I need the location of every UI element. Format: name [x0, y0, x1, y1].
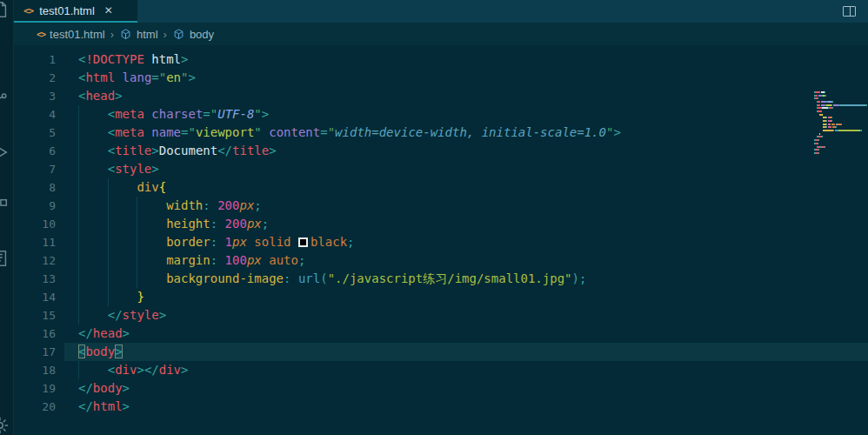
breadcrumb-html-label: html — [137, 28, 158, 41]
tab-bar: <> test01.html ✕ — [14, 0, 868, 23]
symbol-cube-icon — [119, 28, 132, 41]
line-number: 18 — [14, 361, 56, 379]
code-line[interactable]: 13 background-image: url("./javascript练习… — [14, 270, 868, 288]
code-token: "./javascript练习/img/small01.jpg" — [328, 271, 572, 285]
line-number: 12 — [14, 251, 56, 270]
code-token: : — [210, 235, 217, 249]
code-token: black — [310, 235, 347, 249]
split-editor-icon[interactable] — [843, 6, 856, 17]
indent-guide — [78, 215, 79, 233]
code-line[interactable]: 7 <style> — [14, 160, 868, 178]
code-line[interactable]: 6 <title>Document</title> — [14, 142, 868, 160]
code-token: div — [115, 363, 137, 377]
code-token: title — [232, 144, 269, 157]
code-line[interactable]: 18 <div></div> — [14, 361, 868, 379]
code-token: > — [115, 345, 122, 358]
code-token — [217, 253, 224, 267]
code-token: " — [254, 107, 261, 121]
symbol-cube-icon — [172, 28, 185, 41]
breadcrumb: <> test01.html › html › body — [14, 23, 868, 45]
code-token: > — [613, 125, 620, 139]
code-token: ; — [262, 217, 269, 231]
indent-guide — [137, 233, 137, 251]
code-token: style — [123, 308, 159, 322]
code-line[interactable]: 12 margin: 100px auto; — [14, 251, 868, 270]
code-token: </ — [78, 381, 93, 395]
code-token: > — [151, 144, 158, 157]
indent-guide — [137, 197, 137, 215]
extensions-icon[interactable] — [0, 197, 14, 218]
code-token: { — [159, 180, 166, 194]
source-control-icon[interactable] — [0, 89, 14, 110]
code-line[interactable]: 14 } — [14, 288, 868, 306]
line-number: 3 — [14, 87, 56, 105]
line-number: 16 — [14, 325, 56, 343]
code-line[interactable]: 15 </style> — [14, 306, 868, 325]
code-token: lang — [123, 70, 152, 84]
html-file-icon: <> — [23, 5, 33, 17]
settings-gear-icon[interactable] — [0, 416, 14, 435]
editor[interactable]: 1<!DOCTYPE html>2<html lang="en">3<head>… — [14, 45, 868, 435]
code-token: div — [159, 363, 181, 377]
tab-test01-html[interactable]: <> test01.html ✕ — [14, 0, 137, 23]
code-token: ; — [298, 253, 305, 267]
code-token: </ — [144, 363, 159, 377]
code-token — [217, 235, 224, 249]
code-token: width — [166, 198, 203, 212]
code-token: ; — [347, 235, 354, 249]
code-line[interactable]: 17<body> — [14, 343, 868, 361]
code-line[interactable]: 11 border: 1px solid black; — [14, 233, 868, 251]
code-line[interactable]: 2<html lang="en"> — [14, 69, 868, 87]
code-token: 200 — [217, 198, 239, 212]
code-token: Document — [159, 144, 217, 157]
code-line[interactable]: 8 div{ — [14, 178, 868, 197]
line-number: 9 — [14, 197, 56, 215]
code-token — [262, 125, 269, 139]
code-token: > — [123, 326, 130, 340]
code-token — [291, 235, 298, 249]
line-number: 17 — [14, 343, 56, 361]
line-number: 20 — [14, 398, 56, 416]
color-swatch-black[interactable] — [298, 238, 308, 247]
code-token: px — [247, 253, 262, 267]
code-line[interactable]: 3<head> — [14, 87, 868, 105]
code-token: content — [269, 125, 320, 139]
code-token: > — [151, 162, 158, 176]
indent-guide — [78, 178, 79, 197]
code-line[interactable]: 10 height: 200px; — [14, 215, 868, 233]
line-number: 4 — [14, 105, 56, 124]
code-line[interactable]: 16</head> — [14, 325, 868, 343]
code-token: height — [166, 217, 210, 231]
code-token: body — [93, 381, 123, 395]
code-token: < — [108, 144, 115, 157]
breadcrumb-item-body[interactable]: body — [172, 28, 214, 41]
code-token — [115, 70, 122, 84]
breadcrumb-item-html[interactable]: html — [119, 28, 158, 41]
code-line[interactable]: 4 <meta charset="UTF-8"> — [14, 105, 868, 124]
code-line[interactable]: 1<!DOCTYPE html> — [14, 50, 868, 69]
code-token: !DOCTYPE — [85, 52, 144, 66]
code-line[interactable]: 20</html> — [14, 398, 868, 416]
notebook-icon[interactable] — [0, 249, 14, 270]
vscode-window: { "palette": { "bg_app": "#04242f", "bg_… — [0, 0, 868, 435]
code-token: </ — [217, 144, 232, 157]
tab-close-icon[interactable]: ✕ — [104, 4, 113, 17]
code-line[interactable]: 9 width: 200px; — [14, 197, 868, 215]
indent-guide — [108, 288, 109, 306]
chevron-right-icon: › — [164, 28, 167, 41]
run-debug-icon[interactable] — [0, 143, 14, 164]
code-token: meta — [115, 107, 144, 121]
line-number: 5 — [14, 124, 56, 142]
code-line[interactable]: 19</body> — [14, 379, 868, 398]
code-token: px — [232, 235, 247, 249]
indent-guide — [137, 215, 137, 233]
minimap[interactable] — [814, 90, 868, 169]
indent-guide — [78, 142, 79, 160]
code-line[interactable]: 5 <meta name="viewport" content="width=d… — [14, 124, 868, 142]
breadcrumb-item-file[interactable]: <> test01.html — [37, 28, 105, 41]
chevron-right-icon: › — [110, 28, 114, 41]
code-token: > — [159, 308, 166, 322]
code-token: 100 — [225, 253, 247, 267]
code-token: ; — [579, 271, 586, 285]
search-icon[interactable] — [0, 0, 14, 21]
